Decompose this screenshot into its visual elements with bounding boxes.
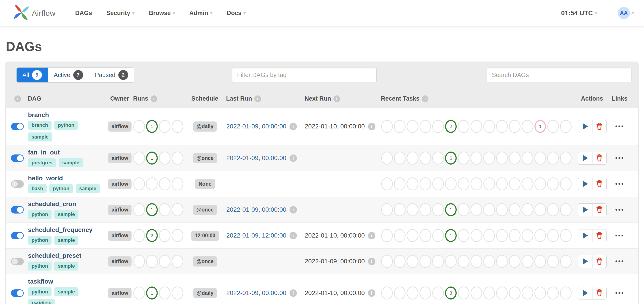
task-circle-scheduled[interactable] [407, 120, 418, 133]
dag-tag[interactable]: branch [28, 121, 52, 130]
nav-item-security[interactable]: Security▾ [106, 10, 135, 17]
dag-tag[interactable]: python [28, 287, 52, 296]
run-circle-running[interactable] [159, 120, 170, 133]
links-menu[interactable]: ••• [615, 123, 624, 130]
task-circle-success[interactable] [445, 177, 457, 190]
dag-link[interactable]: taskflow [28, 278, 102, 285]
task-circle-upstream_failed[interactable] [522, 151, 533, 165]
task-circle-restarting[interactable] [470, 120, 482, 133]
trigger-dag-button[interactable] [578, 255, 592, 268]
run-circle-success[interactable]: 1 [146, 151, 158, 165]
task-circle-skipped[interactable]: 1 [534, 120, 546, 133]
task-circle-running[interactable] [432, 120, 444, 133]
task-circle-failed[interactable] [483, 120, 495, 133]
run-circle-success[interactable] [146, 177, 158, 190]
task-circle-success[interactable]: 3 [445, 286, 457, 299]
task-circle-skipped[interactable] [534, 177, 546, 190]
dag-tag[interactable]: python [28, 210, 52, 219]
dag-link[interactable]: hello_world [28, 175, 100, 182]
task-circle-scheduled[interactable] [407, 151, 418, 165]
dag-pause-toggle[interactable] [11, 206, 24, 214]
task-circle-none[interactable] [381, 255, 393, 268]
task-circle-none[interactable] [381, 229, 393, 242]
task-circle-restarting[interactable] [470, 203, 482, 216]
run-circle-success[interactable] [146, 255, 158, 268]
dag-tag[interactable]: bash [28, 184, 46, 193]
task-circle-deferred[interactable] [560, 120, 572, 133]
dag-tag[interactable]: sample [76, 184, 100, 193]
last-run-link[interactable]: 2022-01-09, 00:00:00 [226, 155, 286, 162]
run-circle-running[interactable] [159, 177, 170, 190]
task-circle-sensing[interactable] [547, 286, 559, 299]
task-circle-running[interactable] [432, 203, 444, 216]
task-circle-queued[interactable] [420, 177, 431, 190]
dag-pause-toggle[interactable] [11, 232, 24, 239]
dag-tag[interactable]: sample [54, 287, 78, 296]
task-circle-up_for_reschedule[interactable] [509, 229, 520, 242]
task-circle-shutdown[interactable] [458, 286, 470, 299]
links-menu[interactable]: ••• [615, 155, 624, 162]
task-circle-queued[interactable] [420, 286, 431, 299]
nav-item-docs[interactable]: Docs▾ [227, 10, 246, 17]
task-circle-none[interactable] [381, 120, 393, 133]
last-run-link[interactable]: 2022-01-09, 00:00:00 [226, 289, 286, 296]
trigger-dag-button[interactable] [578, 287, 592, 299]
task-circle-failed[interactable] [483, 151, 495, 165]
dag-pause-toggle[interactable] [11, 258, 24, 265]
run-circle-queued[interactable] [133, 151, 145, 165]
task-circle-up_for_reschedule[interactable] [509, 203, 520, 216]
run-circle-failed[interactable] [172, 177, 183, 190]
run-circle-success[interactable]: 1 [146, 286, 158, 299]
last-run-link[interactable]: 2022-01-09, 00:00:00 [226, 206, 286, 213]
task-circle-running[interactable] [432, 229, 444, 242]
dag-pause-toggle[interactable] [11, 289, 24, 297]
task-circle-removed[interactable] [394, 229, 406, 242]
task-circle-upstream_failed[interactable] [522, 120, 533, 133]
run-circle-queued[interactable] [133, 229, 145, 242]
task-circle-running[interactable] [432, 151, 444, 165]
dag-tag[interactable]: python [49, 184, 73, 193]
last-run-link[interactable]: 2022-01-09, 00:00:00 [226, 123, 286, 130]
task-circle-success[interactable]: 6 [445, 151, 457, 165]
dag-pause-toggle[interactable] [11, 155, 24, 162]
task-circle-skipped[interactable] [534, 203, 546, 216]
run-circle-running[interactable] [159, 203, 170, 216]
task-circle-upstream_failed[interactable] [522, 255, 533, 268]
task-circle-up_for_retry[interactable] [496, 177, 508, 190]
run-circle-failed[interactable] [172, 120, 183, 133]
task-circle-queued[interactable] [420, 203, 431, 216]
trigger-dag-button[interactable] [578, 229, 592, 242]
task-circle-sensing[interactable] [547, 255, 559, 268]
dag-link[interactable]: scheduled_frequency [28, 226, 92, 233]
task-circle-success[interactable]: 1 [445, 229, 457, 242]
clock[interactable]: 01:54 UTC [561, 10, 593, 17]
run-circle-queued[interactable] [133, 120, 145, 133]
trigger-dag-button[interactable] [578, 152, 592, 165]
delete-dag-button[interactable] [592, 287, 606, 299]
task-circle-upstream_failed[interactable] [522, 229, 533, 242]
task-circle-success[interactable]: 1 [445, 203, 457, 216]
run-circle-running[interactable] [159, 151, 170, 165]
task-circle-removed[interactable] [394, 151, 406, 165]
task-circle-removed[interactable] [394, 120, 406, 133]
delete-dag-button[interactable] [592, 229, 606, 242]
run-circle-success[interactable]: 1 [146, 120, 158, 133]
brand-name[interactable]: Airflow [32, 9, 56, 18]
search-dags-input[interactable] [487, 68, 632, 82]
task-circle-queued[interactable] [420, 120, 431, 133]
task-circle-failed[interactable] [483, 203, 495, 216]
task-circle-running[interactable] [432, 177, 444, 190]
dag-tag[interactable]: python [54, 121, 78, 130]
links-menu[interactable]: ••• [615, 181, 624, 188]
task-circle-running[interactable] [432, 286, 444, 299]
dag-tag[interactable]: taskflow [28, 299, 55, 304]
run-circle-running[interactable] [159, 229, 170, 242]
delete-dag-button[interactable] [592, 255, 606, 268]
delete-dag-button[interactable] [592, 120, 606, 133]
task-circle-up_for_reschedule[interactable] [509, 177, 520, 190]
task-circle-success[interactable]: 2 [445, 120, 457, 133]
task-circle-skipped[interactable] [534, 286, 546, 299]
task-circle-shutdown[interactable] [458, 177, 470, 190]
run-circle-failed[interactable] [172, 286, 183, 299]
dag-tag[interactable]: postgres [28, 158, 56, 167]
